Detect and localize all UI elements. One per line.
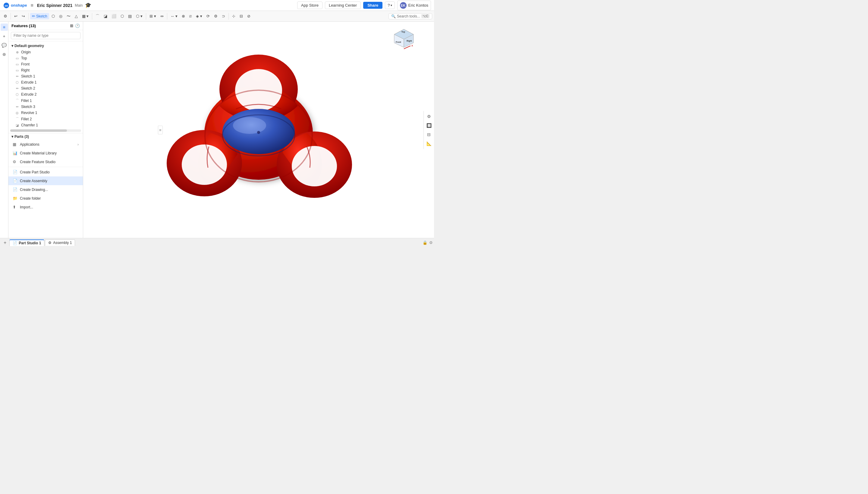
search-tools-box[interactable]: 🔍 Search tools... ⌥C [389,13,432,19]
rt-materials[interactable]: ⚙ [425,112,433,121]
rt-measure[interactable]: 📐 [425,139,433,148]
toolbar-btn-3d[interactable]: ⬡ [50,13,57,19]
app-store-button[interactable]: App Store [297,1,322,9]
tree-item-front[interactable]: ▭ Front [8,61,83,67]
svg-text:X: X [411,44,413,47]
toolbar-btn-pattern[interactable]: ⊞ ▾ [148,13,158,19]
share-button[interactable]: Share [363,2,382,9]
toolbar-separator-4 [146,13,146,20]
default-geometry-section[interactable]: ▾ Default geometry [8,42,83,49]
search-tools-label: Search tools... [397,14,420,18]
menu-item-import[interactable]: ⬆ Import... [8,203,83,211]
toolbar-separator-1 [11,13,11,20]
assembly-tab[interactable]: ⚙ Assembly 1 [45,240,75,246]
tree-item-fillet2[interactable]: ⌒ Fillet 2 [8,116,83,122]
rt-render[interactable]: 🔲 [425,121,433,130]
undo-button[interactable]: ↩ [12,13,19,19]
svg-text:on: on [4,4,8,7]
toolbar-btn-sweep[interactable]: 〜 [65,13,72,20]
lock-icon[interactable]: 🔒 [422,240,427,245]
part-studio-tab[interactable]: 📄 Part Studio 1 [9,240,44,246]
tree-item-chamfer1[interactable]: ◪ Chamfer 1 [8,122,83,128]
toolbar-btn-measure[interactable]: ⊹ [230,13,237,19]
toolbar-btn-revolve[interactable]: ◎ [57,13,64,19]
tree-item-fillet1[interactable]: ⌒ Fillet 1 [8,97,83,104]
toolbar-btn-mate[interactable]: ⚙ [212,13,219,19]
extrude-icon-2: ⬡ [15,93,19,96]
toolbar-btn-transform[interactable]: ↔ ▾ [169,13,180,19]
logo-text: onshape [11,3,27,7]
menu-item-part-studio[interactable]: 📄 Create Part Studio [8,168,83,176]
filter-input[interactable] [11,32,80,39]
3d-viewport[interactable]: Top Front Right X ⚙ 🔲 ⊟ 📐 ≡ [83,22,434,238]
toolbar-btn-loft[interactable]: △ [73,13,80,19]
hamburger-menu[interactable]: ≡ [29,2,34,9]
sketch-button[interactable]: ✏ Sketch [30,13,49,19]
toolbar-settings[interactable]: ⚙ [2,13,9,19]
toolbar-btn-mirror[interactable]: ⇔ [159,13,165,19]
navigation-cube[interactable]: Top Front Right X [392,28,416,52]
sketch-icon-1: ✏ [15,75,19,78]
feature-studio-icon: ⚙ [13,159,18,164]
toolbar-btn-split[interactable]: ⎚ [188,13,194,19]
toolbar-btn-section[interactable]: ⊟ [238,13,245,19]
menu-item-folder[interactable]: 📁 Create folder [8,194,83,203]
create-material-library-label: Create Material Library [20,151,57,155]
toolbar-btn-fillet[interactable]: ⌒ [94,13,101,20]
toolbar-btn-thread[interactable]: ⊃ [220,13,227,19]
tree-item-right[interactable]: ▭ Right [8,67,83,73]
toolbar-separator-5 [167,13,167,20]
tree-item-sketch3[interactable]: ✏ Sketch 3 [8,104,83,110]
help-button[interactable]: ? ▾ [385,1,395,9]
rt-section[interactable]: ⊟ [425,130,433,139]
tree-item-extrude1[interactable]: ⬡ Extrude 1 [8,79,83,86]
origin-icon: ⊕ [15,50,19,54]
assembly-icon: ⚙ [48,241,52,245]
toolbar-btn-shell[interactable]: ⬜ [110,13,118,19]
fillet2-label: Fillet 2 [21,117,32,121]
toolbar-btn-boolean[interactable]: ⊗ [180,13,187,19]
strip-variables[interactable]: ⊛ [1,51,8,58]
onshape-logo[interactable]: on onshape [3,2,27,9]
tree-item-origin[interactable]: ⊕ Origin [8,49,83,55]
sketch-icon-3: ✏ [15,105,19,109]
panel-icon-history[interactable]: 🕐 [75,23,80,28]
parts-section-header[interactable]: ▾ Parts (3) [8,133,83,140]
toolbar-btn-more1[interactable]: ▦ ▾ [80,13,91,19]
toolbar-btn-chamfer[interactable]: ◪ [102,13,109,19]
learning-center-button[interactable]: Learning Center [325,1,361,9]
tree-item-extrude2[interactable]: ⬡ Extrude 2 [8,91,83,97]
toolbar-btn-offset[interactable]: ◈ ▾ [194,13,204,19]
scrollbar-thumb[interactable] [10,129,67,132]
panel-collapse-handle[interactable]: ≡ [158,126,163,134]
tree-item-sketch1[interactable]: ✏ Sketch 1 [8,73,83,79]
add-tab-button[interactable]: + [1,239,9,246]
menu-item-drawing[interactable]: 📄 Create Drawing... [8,185,83,194]
extrude-icon-1: ⬡ [15,80,19,84]
toolbar-btn-helix[interactable]: ⟳ [205,13,212,19]
toolbar-btn-curvature[interactable]: ⊘ [245,13,252,19]
toolbar-btn-more2[interactable]: ⬡ ▾ [134,13,144,19]
user-name: Eric Kontos [408,3,428,7]
arrow-icon: › [77,142,79,147]
tree-item-sketch2[interactable]: ✏ Sketch 2 [8,86,83,91]
strip-add[interactable]: + [1,33,8,40]
svg-point-7 [182,145,227,185]
toolbar-btn-draft[interactable]: ⬡ [119,13,126,19]
panel-icon-insert[interactable]: ⊞ [70,23,73,28]
tree-item-revolve1[interactable]: ◎ Revolve 1 [8,110,83,116]
revolve-icon-1: ◎ [15,111,19,115]
redo-button[interactable]: ↪ [20,13,27,19]
user-menu[interactable]: EK Eric Kontos [397,1,431,10]
menu-item-applications[interactable]: ▦ Applications › [8,140,83,149]
settings-icon[interactable]: ⚙ [429,240,433,245]
strip-features[interactable]: ≡ [1,23,8,31]
strip-comments[interactable]: 💬 [1,42,8,49]
menu-item-feature-studio[interactable]: ⚙ Create Feature Studio [8,157,83,166]
tree-item-top[interactable]: ▭ Top [8,55,83,61]
menu-item-material-library[interactable]: 📊 Create Material Library [8,149,83,157]
menu-item-assembly[interactable]: 📄 Create Assembly [8,176,83,185]
graduation-icon[interactable]: 🎓 [85,2,91,8]
toolbar-btn-rib[interactable]: ▤ [126,13,134,19]
folder-icon: 📁 [13,196,18,201]
